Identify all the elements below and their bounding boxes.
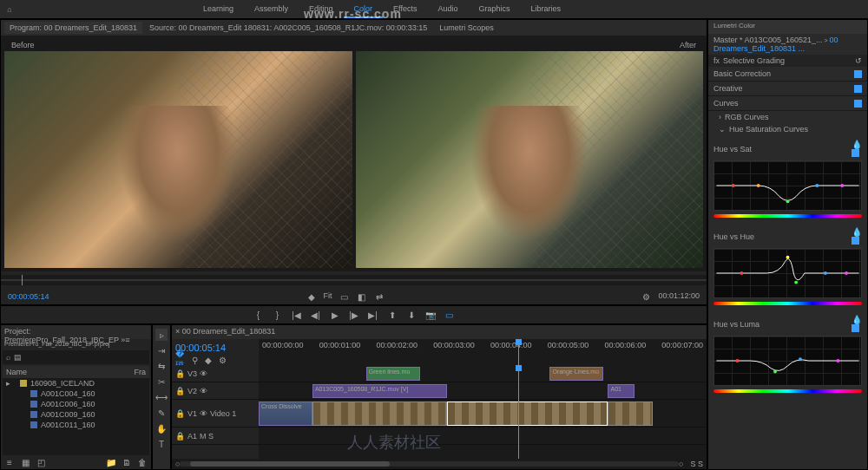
playhead[interactable] [518,339,519,365]
lumetri-tab[interactable]: Lumetri Color [708,20,867,34]
subsection-rgb[interactable]: ›RGB Curves [708,111,867,123]
timeline-timecode[interactable]: 00:00:05:14 [175,343,255,353]
section-curves[interactable]: Curves [708,96,867,111]
type-tool[interactable]: T [155,438,168,450]
track-header-v1[interactable]: 🔒V1👁Video 1 [172,400,259,428]
step-fwd-icon[interactable]: |▶ [349,310,359,320]
clip-item[interactable]: A001C006_160 [3,399,149,409]
eyedropper-icon[interactable]: 💧 [852,226,862,237]
checkbox-icon[interactable] [854,85,862,93]
fx-badge[interactable]: fx [713,56,720,65]
ripple-tool[interactable]: ⇆ [155,360,168,372]
clip-orange[interactable]: Orange Lines.mo [549,367,603,381]
clip-item[interactable]: A001C011_160 [3,420,149,430]
pen-tool[interactable]: ✎ [155,407,168,419]
clip-item[interactable]: A001C004_160 [3,388,149,399]
reset-icon[interactable]: ↺ [855,56,862,65]
link-icon[interactable]: ⚲ [189,355,200,365]
source-tab[interactable]: Source: 00 Dreamers_Edit 180831: A002C00… [144,22,432,34]
new-item-icon[interactable]: 🗎 [122,457,132,467]
fr-column[interactable]: Fra [135,368,147,376]
track-select-tool[interactable]: ⇥ [155,344,168,356]
fit-dropdown[interactable]: Fit [324,291,332,302]
clip-video-selected[interactable] [447,401,608,426]
sequence-tab[interactable]: × 00 Dreamers_Edit_180831 [175,327,275,336]
go-in-icon[interactable]: |◀ [292,310,302,320]
checkbox-icon[interactable] [854,100,862,108]
compare-view-icon[interactable]: ▭ [444,310,455,320]
marker-add-icon[interactable]: ◆ [203,355,214,365]
export-frame-icon[interactable]: 📷 [425,310,436,320]
checkbox-icon[interactable] [852,324,859,332]
selection-tool[interactable]: ▹ [155,329,168,341]
clip-a01[interactable]: A01 [608,384,635,398]
hue-vs-hue-curve[interactable] [713,248,862,298]
name-column[interactable]: Name [6,368,27,376]
freeform-icon[interactable]: ◰ [36,457,46,467]
hue-vs-sat-curve[interactable] [713,160,862,211]
list-view-icon[interactable]: ≡ [4,457,15,467]
checkbox-icon[interactable] [854,70,862,78]
eyedropper-icon[interactable]: 💧 [852,139,862,149]
step-back-icon[interactable]: ◀| [311,310,321,320]
mark-in-icon[interactable]: { [253,310,264,320]
clip-item[interactable]: A001C009_160 [3,409,149,420]
playhead-line[interactable] [518,365,519,459]
mark-out-icon[interactable]: } [273,310,283,320]
section-basic[interactable]: Basic Correction [708,67,867,82]
ws-tab-assembly[interactable]: Assembly [244,1,299,18]
go-out-icon[interactable]: ▶| [368,310,378,320]
home-icon[interactable]: ⌂ [0,0,19,19]
section-creative[interactable]: Creative [708,82,867,96]
hue-slider[interactable] [713,214,862,218]
lift-icon[interactable]: ⬆ [387,310,398,320]
ws-tab-learning[interactable]: Learning [193,1,244,18]
timeline-zoom-scroll[interactable]: ○○ S S [172,459,707,469]
new-bin-icon[interactable]: 📁 [106,457,116,467]
marker-icon[interactable]: ◆ [306,291,317,302]
settings-icon[interactable]: ⚙ [641,291,651,302]
effect-name[interactable]: Selective Grading [723,56,785,65]
program-scrubber[interactable] [1,275,707,285]
ws-tab-libraries[interactable]: Libraries [521,1,572,18]
clip-main[interactable]: A013C005_160508_R1JC.mov [V] [312,384,447,398]
search-icon[interactable]: ⌕ [6,353,10,362]
hue-vs-luma-curve[interactable] [713,336,862,386]
slip-tool[interactable]: ⟷ [155,391,168,403]
filter-icon[interactable]: ▤ [14,353,22,362]
preview-before[interactable] [4,51,352,268]
swap-icon[interactable]: ⇄ [374,291,385,302]
clip-video[interactable] [608,401,653,426]
hue-slider[interactable] [713,302,862,305]
snap-icon[interactable]: �磁 [175,355,186,365]
track-header-v3[interactable]: 🔒V3👁 [172,365,259,382]
extract-icon[interactable]: ⬇ [406,310,417,320]
checkbox-icon[interactable] [852,149,859,157]
play-icon[interactable]: ▶ [330,310,340,320]
compare-icon[interactable]: ▭ [339,291,350,302]
master-clip[interactable]: Master * A013C005_160521_... [713,36,823,44]
eyedropper-icon[interactable]: 💧 [852,314,862,324]
ws-tab-audio[interactable]: Audio [427,1,468,18]
ws-tab-graphics[interactable]: Graphics [468,1,520,18]
checkbox-icon[interactable] [852,237,859,245]
track-header-v2[interactable]: 🔒V2👁 [172,382,259,400]
program-tc-in[interactable]: 00:00:05:14 [8,292,49,301]
timeline-tracks[interactable]: Green lines.mo Orange Lines.mo A013C005_… [259,365,707,459]
razor-tool[interactable]: ✂ [155,375,168,388]
split-icon[interactable]: ◧ [357,291,367,302]
clip-video[interactable] [312,401,447,426]
hue-slider[interactable] [713,389,862,393]
timeline-ruler[interactable]: 00:00:00:0000:00:01:0000:00:02:0000:00:0… [259,339,707,365]
bin-item[interactable]: ▸160908_ICELAND [3,378,149,388]
hand-tool[interactable]: ✋ [155,422,168,434]
subsection-hsc[interactable]: ⌄Hue Saturation Curves [708,123,867,135]
scopes-tab[interactable]: Lumetri Scopes [434,22,499,34]
icon-view-icon[interactable]: ▦ [20,457,30,467]
settings-icon[interactable]: ⚙ [217,355,227,365]
program-tab[interactable]: Program: 00 Dreamers_Edit_180831 [4,22,142,34]
delete-icon[interactable]: 🗑 [137,457,148,467]
preview-after[interactable] [356,51,704,268]
clip-dissolve[interactable]: Cross Dissolve [259,401,312,426]
track-header-a1[interactable]: 🔒A1M S [172,428,259,445]
